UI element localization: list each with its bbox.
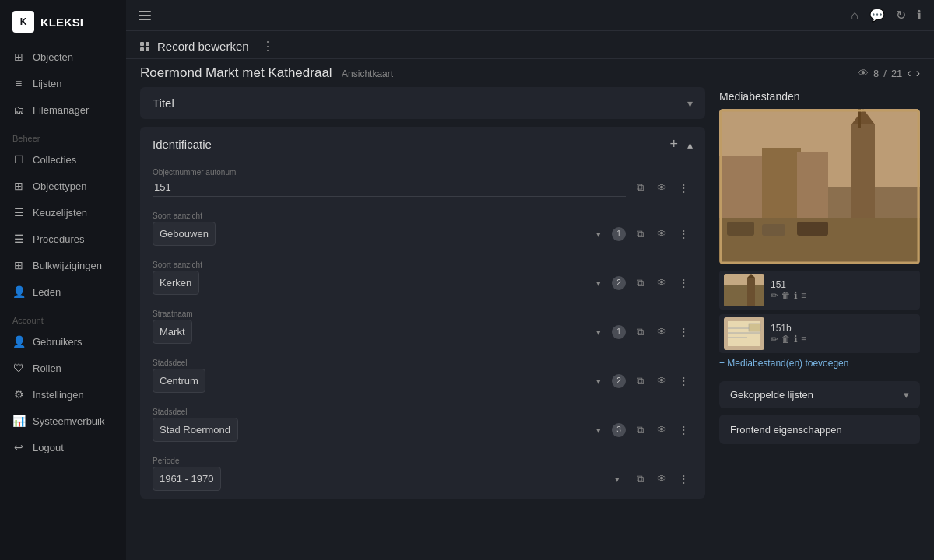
media-section: Mediabestanden (719, 87, 920, 373)
frontend-section: Frontend eigenschappen (719, 415, 920, 444)
field-periode-eye-btn[interactable]: 👁 (652, 470, 671, 488)
field-objectnummer-input[interactable] (153, 178, 626, 197)
field-soort2-copy-btn[interactable]: ⧉ (630, 274, 649, 292)
field-stadsdeel1-row: Centrum 2 ⧉ 👁 ⋮ (153, 369, 693, 393)
field-stadsdeel1-more-btn[interactable]: ⋮ (674, 372, 693, 390)
sidebar-item-instellingen[interactable]: ⚙ Instellingen (0, 381, 126, 408)
thumb-img-151b (724, 317, 764, 350)
field-stadsdeel2-more-btn[interactable]: ⋮ (674, 421, 693, 439)
field-soort1-more-btn[interactable]: ⋮ (674, 225, 693, 243)
field-straat-row: Markt 1 ⧉ 👁 ⋮ (153, 320, 693, 344)
field-soort1-copy-btn[interactable]: ⧉ (630, 225, 649, 243)
sidebar-item-collecties[interactable]: ☐ Collecties (0, 146, 126, 173)
sidebar-item-objecttypen[interactable]: ⊞ Objecttypen (0, 173, 126, 199)
thumb-info-btn-151[interactable]: ℹ (794, 290, 798, 301)
identificatie-collapse-icon[interactable]: ▴ (687, 138, 693, 151)
sidebar-item-filemanager[interactable]: 🗂 Filemanager (0, 96, 126, 123)
thumb-more-btn-151[interactable]: ≡ (801, 290, 806, 301)
field-stadsdeel2-eye-btn[interactable]: 👁 (652, 421, 671, 439)
right-panel: Mediabestanden (719, 87, 920, 560)
field-periode-actions: ⧉ 👁 ⋮ (630, 470, 693, 488)
thumb-edit-btn-151b[interactable]: ✏ (771, 334, 778, 345)
field-stadsdeel1-copy-btn[interactable]: ⧉ (630, 372, 649, 390)
nav-prev-button[interactable]: ‹ (907, 66, 911, 80)
sidebar-label-filemanager: Filemanager (33, 104, 89, 116)
field-soort1-label: Soort aanzicht (153, 212, 693, 220)
field-stadsdeel1-eye-btn[interactable]: 👁 (652, 372, 671, 390)
sidebar-item-bulkwijzigingen[interactable]: ⊞ Bulkwijzigingen (0, 252, 126, 278)
field-straat-select-wrapper: Markt (153, 320, 607, 344)
titel-section-icons: ▾ (687, 97, 693, 110)
left-panel: Titel ▾ Identificatie + ▴ Object (140, 87, 708, 560)
identificatie-add-icon[interactable]: + (669, 136, 678, 152)
field-soort1-actions: ⧉ 👁 ⋮ (630, 225, 693, 243)
home-icon[interactable]: ⌂ (851, 9, 859, 23)
thumb-info-151: 151 ✏ 🗑 ℹ ≡ (771, 279, 915, 301)
linked-lists-header[interactable]: Gekoppelde lijsten ▾ (730, 389, 909, 401)
sidebar-item-lijsten[interactable]: ≡ Lijsten (0, 70, 126, 96)
sidebar-item-rollen[interactable]: 🛡 Rollen (0, 355, 126, 381)
field-stadsdeel1-label: Stadsdeel (153, 359, 693, 367)
field-periode-more-btn[interactable]: ⋮ (674, 470, 693, 488)
sidebar-label-gebruikers: Gebruikers (33, 336, 83, 348)
field-straat-more-btn[interactable]: ⋮ (674, 323, 693, 341)
field-stadsdeel-1: Stadsdeel Centrum 2 ⧉ 👁 ⋮ (140, 352, 705, 401)
main-content: ⌂ 💬 ↻ ℹ Record bewerken ⋮ Roermond Markt… (126, 0, 934, 560)
add-media-button[interactable]: + Mediabestand(en) toevoegen (719, 353, 920, 373)
field-soort2-row: Kerken 2 ⧉ 👁 ⋮ (153, 271, 693, 295)
more-options-icon[interactable]: ⋮ (262, 39, 274, 54)
field-soort2-eye-btn[interactable]: 👁 (652, 274, 671, 292)
thumb-delete-btn-151[interactable]: 🗑 (781, 290, 791, 301)
field-eye-btn[interactable]: 👁 (652, 178, 671, 197)
field-soort2-select-wrapper: Kerken (153, 271, 607, 295)
titel-section-header[interactable]: Titel ▾ (140, 87, 705, 119)
add-media-label: + Mediabestand(en) toevoegen (719, 358, 848, 369)
field-more-btn[interactable]: ⋮ (674, 178, 693, 197)
thumb-edit-btn-151[interactable]: ✏ (771, 290, 778, 301)
sidebar-item-keuzelijsten[interactable]: ☰ Keuzelijsten (0, 199, 126, 226)
field-straat-eye-btn[interactable]: 👁 (652, 323, 671, 341)
sidebar-item-leden[interactable]: 👤 Leden (0, 278, 126, 305)
refresh-icon[interactable]: ↻ (896, 8, 906, 23)
sidebar-item-procedures[interactable]: ☰ Procedures (0, 226, 126, 252)
sidebar-item-logout[interactable]: ↩ Logout (0, 434, 126, 460)
field-soort1-row: Gebouwen 1 ⧉ 👁 ⋮ (153, 222, 693, 246)
field-stadsdeel2-copy-btn[interactable]: ⧉ (630, 421, 649, 439)
field-straat-copy-btn[interactable]: ⧉ (630, 323, 649, 341)
field-stadsdeel2-select-wrapper: Stad Roermond (153, 418, 607, 442)
field-soort1-eye-btn[interactable]: 👁 (652, 225, 671, 243)
linked-lists-collapse-icon[interactable]: ▾ (904, 389, 909, 401)
field-soort2-select[interactable]: Kerken (153, 271, 199, 295)
content-area: Titel ▾ Identificatie + ▴ Object (126, 87, 934, 560)
field-soort2-more-btn[interactable]: ⋮ (674, 274, 693, 292)
media-main-image[interactable] (719, 109, 920, 264)
field-objectnummer-row: ⧉ 👁 ⋮ (153, 178, 693, 197)
field-stadsdeel2-row: Stad Roermond 3 ⧉ 👁 ⋮ (153, 418, 693, 442)
sidebar-item-systeemverbuik[interactable]: 📊 Systeemverbuik (0, 408, 126, 434)
thumb-delete-btn-151b[interactable]: 🗑 (781, 334, 791, 345)
titel-collapse-icon[interactable]: ▾ (687, 97, 693, 110)
menu-button[interactable] (139, 11, 151, 20)
field-copy-btn[interactable]: ⧉ (630, 178, 649, 197)
nav-next-button[interactable]: › (916, 66, 920, 80)
sidebar-item-gebruikers[interactable]: 👤 Gebruikers (0, 328, 126, 355)
field-stadsdeel1-select[interactable]: Centrum (153, 369, 205, 393)
list-icon: ≡ (12, 77, 25, 89)
identificatie-header: Identificatie + ▴ (140, 127, 705, 162)
field-periode-select[interactable]: 1961 - 1970 (153, 467, 221, 491)
frontend-title: Frontend eigenschappen (730, 424, 842, 436)
field-soort1-select[interactable]: Gebouwen (153, 222, 216, 246)
field-periode-copy-btn[interactable]: ⧉ (630, 470, 649, 488)
record-nav-count: 8/21 (873, 68, 902, 79)
field-straat-actions: ⧉ 👁 ⋮ (630, 323, 693, 341)
sidebar-item-objecten[interactable]: ⊞ Objecten (0, 44, 126, 70)
thumb-more-btn-151b[interactable]: ≡ (801, 334, 806, 345)
chat-icon[interactable]: 💬 (869, 8, 885, 23)
thumb-info-btn-151b[interactable]: ℹ (794, 334, 798, 345)
field-stadsdeel2-select[interactable]: Stad Roermond (153, 418, 238, 442)
sidebar-label-leden: Leden (33, 286, 61, 298)
field-straat-select[interactable]: Markt (153, 320, 192, 344)
thumb-img-151 (724, 274, 764, 306)
info-icon[interactable]: ℹ (917, 8, 922, 23)
field-stadsdeel2-badge: 3 (612, 423, 626, 437)
